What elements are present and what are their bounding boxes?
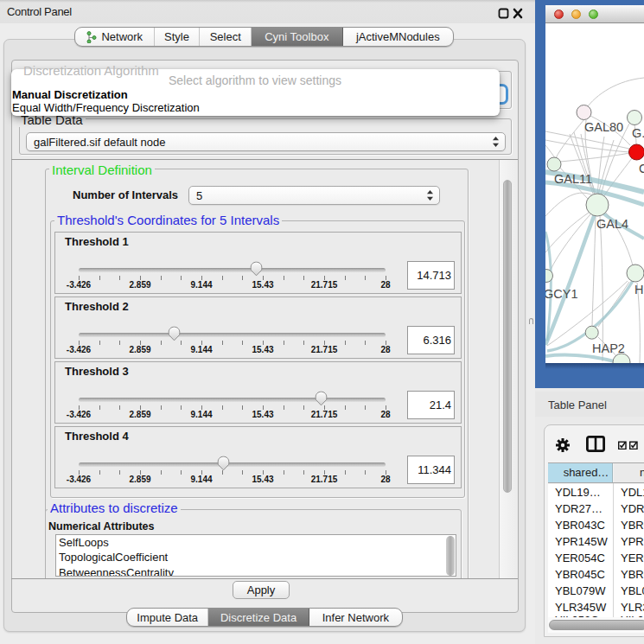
svg-text:H: H (634, 283, 643, 296)
svg-text:HAP2: HAP2 (592, 341, 625, 355)
svg-text:GAL4: GAL4 (596, 217, 628, 231)
svg-text:G.: G. (632, 126, 644, 140)
svg-text:C: C (639, 162, 644, 175)
svg-text:GAL80: GAL80 (584, 120, 623, 134)
svg-text:GAL11: GAL11 (554, 172, 592, 186)
svg-text:GCY1: GCY1 (545, 287, 578, 301)
